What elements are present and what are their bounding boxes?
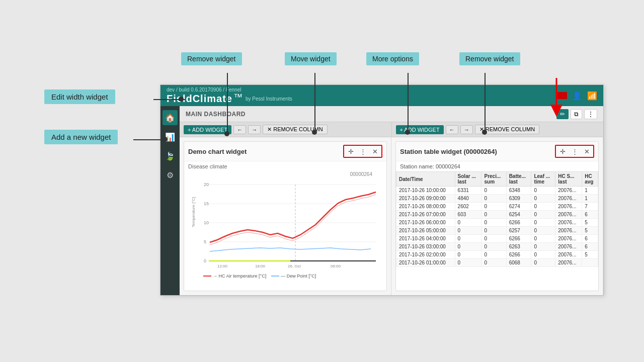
table-cell: 0 <box>531 187 555 195</box>
table-more-button[interactable]: ⋮ <box>570 146 580 156</box>
more-options-line <box>408 73 409 131</box>
table-widget: Station table widget (00000264) ✛ ⋮ ✕ St… <box>395 141 599 291</box>
chart-move-button[interactable]: ✛ <box>346 146 356 156</box>
table-cell: 0 <box>481 243 506 251</box>
table-cell: 0 <box>481 195 506 203</box>
table-cell: 0 <box>531 211 555 219</box>
table-cell: 0 <box>481 211 506 219</box>
table-cell: 20076... <box>555 219 582 227</box>
chart-close-button[interactable]: ✕ <box>370 146 380 156</box>
table-row: 2017-10-26 07:00:0060306254020076...6 <box>396 211 598 219</box>
right-column: Station table widget (00000264) ✛ ⋮ ✕ St… <box>391 137 603 295</box>
left-remove-column-button[interactable]: ✕ REMOVE COLUMN <box>263 125 327 134</box>
station-name-label: Station name: 00000264 <box>396 161 598 171</box>
table-cell: 0 <box>455 251 481 259</box>
more-options-dot <box>405 130 410 135</box>
table-row: 2017-10-26 03:00:00006263020076...6 <box>396 243 598 251</box>
table-cell: 0 <box>531 243 555 251</box>
remove-widget-right-label: Remove widget <box>465 55 514 63</box>
sidebar-item-leaf[interactable]: 🍃 <box>163 148 178 163</box>
remove-widget-left-dot <box>224 131 229 136</box>
th-hcs: HC S...last <box>555 172 582 187</box>
edit-width-widget-label: Edit width widget <box>51 93 108 101</box>
table-cell: 5 <box>582 251 598 259</box>
data-table: Date/Time Solar ...last Preci...sum Batt… <box>396 171 598 267</box>
remove-widget-left-tooltip: Remove widget <box>181 52 242 65</box>
remove-widget-right-dot <box>482 130 487 135</box>
column-toolbars: + ADD WIDGET ← → ✕ REMOVE COLUMN + ADD W… <box>180 122 603 137</box>
table-widget-header: Station table widget (00000264) ✛ ⋮ ✕ <box>396 142 598 161</box>
table-cell: 2602 <box>455 203 481 211</box>
table-cell: 0 <box>531 259 555 267</box>
wifi-icon[interactable]: 📶 <box>587 91 597 101</box>
add-widget-dot <box>163 137 168 142</box>
chart-legend: → HC Air temperature [°C] — Dew Point [°… <box>188 274 382 279</box>
table-cell: 6266 <box>506 219 531 227</box>
right-prev-button[interactable]: ← <box>446 125 458 134</box>
legend-color-dew <box>271 276 279 277</box>
left-next-button[interactable]: → <box>248 125 261 134</box>
sidebar-item-home[interactable]: 🏠 <box>163 110 178 125</box>
table-row: 2017-10-26 04:00:00006266020076...6 <box>396 235 598 243</box>
svg-text:06:00: 06:00 <box>331 264 341 268</box>
more-options-tooltip: More options <box>366 52 419 65</box>
legend-label-dew: — Dew Point [°C] <box>281 274 316 279</box>
add-new-widget-tooltip: Add a new widget <box>44 130 118 144</box>
table-cell: 4840 <box>455 195 481 203</box>
add-new-widget-label: Add a new widget <box>51 133 111 141</box>
table-move-button[interactable]: ✛ <box>557 146 568 156</box>
right-add-widget-button[interactable]: + ADD WIDGET <box>396 125 444 134</box>
table-cell: 0 <box>481 203 506 211</box>
table-cell: 6254 <box>506 211 531 219</box>
remove-widget-right-tooltip: Remove widget <box>459 52 520 65</box>
svg-text:26. Oct: 26. Oct <box>288 264 301 268</box>
table-cell: 20076... <box>555 259 582 267</box>
table-header-row: Date/Time Solar ...last Preci...sum Batt… <box>396 172 598 187</box>
svg-text:10: 10 <box>204 220 209 225</box>
table-row: 2017-10-26 09:00:00484006309020076...1 <box>396 195 598 203</box>
dashboard-title: MAIN DASHBOARD <box>186 111 246 118</box>
chart-svg: 20 15 10 5 0 Temperature [°C] <box>188 177 382 273</box>
dev-build-label: dev / build 0.6.20170906 / Fennel <box>167 87 241 93</box>
edit-copy-button[interactable]: ⧉ <box>571 109 582 119</box>
table-cell: 20076... <box>555 187 582 195</box>
table-close-button[interactable]: ✕ <box>582 146 592 156</box>
table-cell: 20076... <box>555 235 582 243</box>
table-cell: 2017-10-26 01:00:00 <box>396 259 455 267</box>
table-cell: 2017-10-26 09:00:00 <box>396 195 455 203</box>
table-row: 2017-10-26 02:00:00006266020076...5 <box>396 251 598 259</box>
left-prev-button[interactable]: ← <box>233 125 246 134</box>
user-icon[interactable]: 👤 <box>572 91 582 101</box>
table-cell: 7 <box>582 203 598 211</box>
chart-more-button[interactable]: ⋮ <box>358 146 368 156</box>
chart-svg-container: 20 15 10 5 0 Temperature [°C] <box>188 177 382 273</box>
table-row: 2017-10-26 01:00:00006068020076... <box>396 259 598 267</box>
chart-widget-title: Demo chart widget <box>188 148 343 155</box>
table-cell: 0 <box>531 235 555 243</box>
table-cell: 0 <box>531 219 555 227</box>
table-cell: 2017-10-26 04:00:00 <box>396 235 455 243</box>
legend-item-dew: — Dew Point [°C] <box>271 274 316 279</box>
columns-container: Demo chart widget ✛ ⋮ ✕ Disease climate … <box>180 137 603 295</box>
table-cell: 0 <box>531 227 555 235</box>
table-row: 2017-10-26 10:00:00633106348020076...1 <box>396 187 598 195</box>
brand-name: FieldClimate <box>167 93 232 105</box>
chart-widget: Demo chart widget ✛ ⋮ ✕ Disease climate … <box>184 141 387 291</box>
svg-text:5: 5 <box>204 239 206 244</box>
table-cell: 603 <box>455 211 481 219</box>
table-cell: 20076... <box>555 243 582 251</box>
table-cell: 6266 <box>506 251 531 259</box>
sidebar-item-gear[interactable]: ⚙ <box>163 167 178 183</box>
chart-widget-header: Demo chart widget ✛ ⋮ ✕ <box>184 142 386 161</box>
table-cell: 0 <box>455 235 481 243</box>
table-cell: 6 <box>582 211 598 219</box>
move-widget-dot <box>312 130 317 135</box>
right-next-button[interactable]: → <box>460 125 473 134</box>
table-cell: 0 <box>455 219 481 227</box>
table-cell: 6274 <box>506 203 531 211</box>
edit-more-button[interactable]: ⋮ <box>584 109 597 119</box>
left-column: Demo chart widget ✛ ⋮ ✕ Disease climate … <box>180 137 391 295</box>
table-cell: 2017-10-26 02:00:00 <box>396 251 455 259</box>
table-row: 2017-10-26 06:00:00006266020076...5 <box>396 219 598 227</box>
th-hc: HCavg <box>582 172 598 187</box>
